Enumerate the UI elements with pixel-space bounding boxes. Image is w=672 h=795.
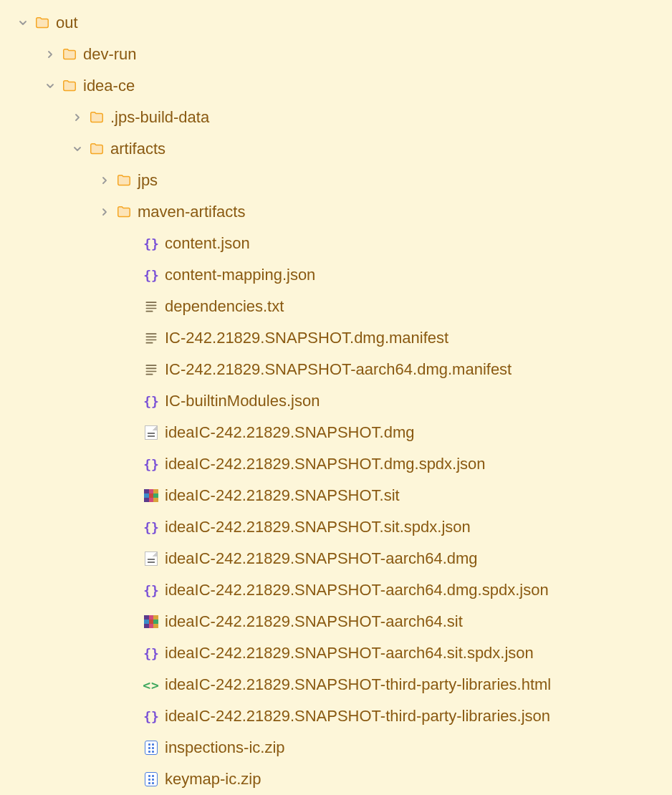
tree-item-label: IC-242.21829.SNAPSHOT-aarch64.dmg.manife…: [165, 360, 512, 379]
folder-icon: [62, 78, 77, 94]
zip-file-icon: [143, 771, 159, 787]
dmg-file-icon: [143, 551, 159, 567]
tree-row[interactable]: dependencies.txt: [0, 291, 672, 322]
tree-item-label: IC-builtinModules.json: [165, 392, 320, 410]
tree-row[interactable]: IC-242.21829.SNAPSHOT-aarch64.dmg.manife…: [0, 354, 672, 385]
json-icon: {}: [143, 236, 159, 251]
chevron-down-icon[interactable]: [16, 16, 30, 30]
chevron-down-icon[interactable]: [70, 142, 85, 156]
html-file-icon: <>: [143, 677, 159, 693]
tree-row[interactable]: {}ideaIC-242.21829.SNAPSHOT-aarch64.dmg.…: [0, 574, 672, 606]
tree-item-label: ideaIC-242.21829.SNAPSHOT-third-party-li…: [165, 675, 551, 694]
tree-row[interactable]: idea-ce: [0, 70, 672, 102]
tree-row[interactable]: ideaIC-242.21829.SNAPSHOT.sit: [0, 480, 672, 511]
text-file-icon: [143, 362, 159, 377]
folder-icon: [89, 141, 105, 157]
tree-row[interactable]: <>ideaIC-242.21829.SNAPSHOT-third-party-…: [0, 669, 672, 700]
chevron-right-icon[interactable]: [43, 47, 57, 62]
tree-row[interactable]: {}ideaIC-242.21829.SNAPSHOT-third-party-…: [0, 700, 672, 732]
tree-row[interactable]: dev-run: [0, 39, 672, 70]
dmg-file-icon: [143, 425, 159, 440]
tree-row[interactable]: ideaIC-242.21829.SNAPSHOT-aarch64.sit: [0, 606, 672, 637]
json-icon: {}: [143, 582, 159, 598]
tree-item-label: dependencies.txt: [165, 297, 284, 316]
tree-item-label: ideaIC-242.21829.SNAPSHOT-aarch64.sit: [165, 612, 463, 631]
tree-row[interactable]: {}content-mapping.json: [0, 259, 672, 291]
text-file-icon: [143, 330, 159, 346]
tree-item-label: maven-artifacts: [138, 203, 245, 221]
zip-file-icon: [143, 740, 159, 756]
tree-item-label: ideaIC-242.21829.SNAPSHOT.dmg.spdx.json: [165, 455, 486, 473]
folder-icon: [116, 204, 132, 220]
tree-item-label: .jps-build-data: [110, 108, 209, 127]
folder-icon: [62, 47, 77, 62]
tree-item-label: ideaIC-242.21829.SNAPSHOT-aarch64.sit.sp…: [165, 644, 534, 662]
tree-item-label: idea-ce: [83, 77, 135, 95]
json-icon: {}: [143, 267, 159, 283]
tree-row[interactable]: {}ideaIC-242.21829.SNAPSHOT-aarch64.sit.…: [0, 637, 672, 669]
json-icon: {}: [143, 708, 159, 724]
tree-row[interactable]: {}ideaIC-242.21829.SNAPSHOT.dmg.spdx.jso…: [0, 448, 672, 480]
tree-row[interactable]: artifacts: [0, 133, 672, 165]
tree-row[interactable]: out: [0, 7, 672, 39]
json-icon: {}: [143, 393, 159, 409]
json-icon: {}: [143, 519, 159, 535]
chevron-right-icon[interactable]: [97, 205, 112, 219]
chevron-right-icon[interactable]: [70, 110, 85, 125]
tree-item-label: artifacts: [110, 140, 165, 158]
tree-row[interactable]: {}content.json: [0, 228, 672, 259]
tree-item-label: inspections-ic.zip: [165, 738, 285, 757]
tree-row[interactable]: maven-artifacts: [0, 196, 672, 228]
json-icon: {}: [143, 645, 159, 661]
tree-item-label: ideaIC-242.21829.SNAPSHOT-aarch64.dmg.sp…: [165, 581, 549, 599]
tree-item-label: ideaIC-242.21829.SNAPSHOT-third-party-li…: [165, 707, 550, 726]
chevron-down-icon[interactable]: [43, 79, 57, 93]
tree-item-label: ideaIC-242.21829.SNAPSHOT.dmg: [165, 423, 415, 442]
text-file-icon: [143, 299, 159, 314]
folder-icon: [89, 110, 105, 125]
tree-item-label: out: [56, 14, 78, 32]
tree-item-label: IC-242.21829.SNAPSHOT.dmg.manifest: [165, 329, 448, 347]
folder-icon: [116, 173, 132, 188]
tree-row[interactable]: keymap-ic.zip: [0, 763, 672, 795]
file-tree: outdev-runidea-ce.jps-build-dataartifact…: [0, 7, 672, 795]
tree-row[interactable]: ideaIC-242.21829.SNAPSHOT.dmg: [0, 417, 672, 448]
tree-row[interactable]: inspections-ic.zip: [0, 732, 672, 763]
tree-row[interactable]: jps: [0, 165, 672, 196]
tree-row[interactable]: {}ideaIC-242.21829.SNAPSHOT.sit.spdx.jso…: [0, 511, 672, 543]
tree-item-label: keymap-ic.zip: [165, 770, 261, 789]
json-icon: {}: [143, 456, 159, 472]
tree-item-label: ideaIC-242.21829.SNAPSHOT.sit.spdx.json: [165, 518, 471, 536]
chevron-right-icon[interactable]: [97, 173, 112, 188]
tree-item-label: content.json: [165, 234, 250, 253]
tree-item-label: dev-run: [83, 45, 137, 64]
tree-row[interactable]: IC-242.21829.SNAPSHOT.dmg.manifest: [0, 322, 672, 354]
tree-row[interactable]: ideaIC-242.21829.SNAPSHOT-aarch64.dmg: [0, 543, 672, 574]
tree-item-label: jps: [138, 171, 158, 190]
archive-sit-icon: [143, 614, 159, 630]
folder-icon: [34, 15, 50, 31]
tree-item-label: ideaIC-242.21829.SNAPSHOT.sit: [165, 486, 400, 505]
tree-item-label: content-mapping.json: [165, 266, 315, 284]
tree-item-label: ideaIC-242.21829.SNAPSHOT-aarch64.dmg: [165, 549, 478, 568]
tree-row[interactable]: {}IC-builtinModules.json: [0, 385, 672, 417]
tree-row[interactable]: .jps-build-data: [0, 102, 672, 133]
archive-sit-icon: [143, 488, 159, 504]
